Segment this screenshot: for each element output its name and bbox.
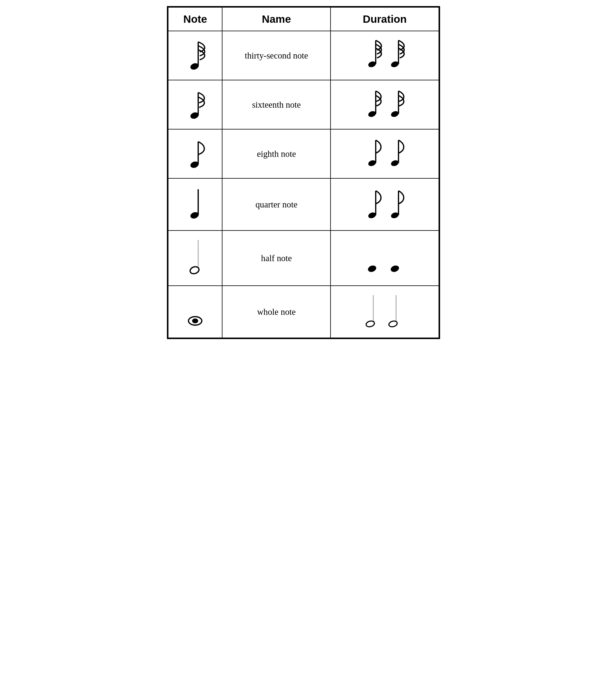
duration-eighth [331, 129, 439, 178]
name-sixteenth: sixteenth note [222, 80, 331, 129]
duration-whole [331, 286, 439, 338]
note-thirty-second [168, 31, 222, 80]
note-quarter [168, 178, 222, 231]
header-duration: Duration [331, 7, 439, 31]
name-half: half note [222, 231, 331, 286]
name-thirty-second: thirty-second note [222, 31, 331, 80]
note-sixteenth [168, 80, 222, 129]
svg-point-27 [390, 264, 400, 273]
table-row: quarter note [168, 178, 439, 231]
header-note: Note [168, 7, 222, 31]
svg-point-26 [367, 264, 377, 273]
table-row: sixteenth note [168, 80, 439, 129]
music-notes-table: Note Name Duration [167, 6, 440, 339]
svg-point-31 [365, 320, 375, 328]
table-row: whole note [168, 286, 439, 338]
note-eighth [168, 129, 222, 178]
duration-half [331, 231, 439, 286]
name-eighth: eighth note [222, 129, 331, 178]
name-whole: whole note [222, 286, 331, 338]
duration-quarter [331, 178, 439, 231]
table-row: thirty-second note [168, 31, 439, 80]
svg-point-29 [192, 319, 198, 323]
header-name: Name [222, 7, 331, 31]
note-whole [168, 286, 222, 338]
duration-thirty-second [331, 31, 439, 80]
name-quarter: quarter note [222, 178, 331, 231]
note-half [168, 231, 222, 286]
svg-point-33 [388, 320, 398, 328]
table-row: half note [168, 231, 439, 286]
duration-sixteenth [331, 80, 439, 129]
table-row: eighth note [168, 129, 439, 178]
